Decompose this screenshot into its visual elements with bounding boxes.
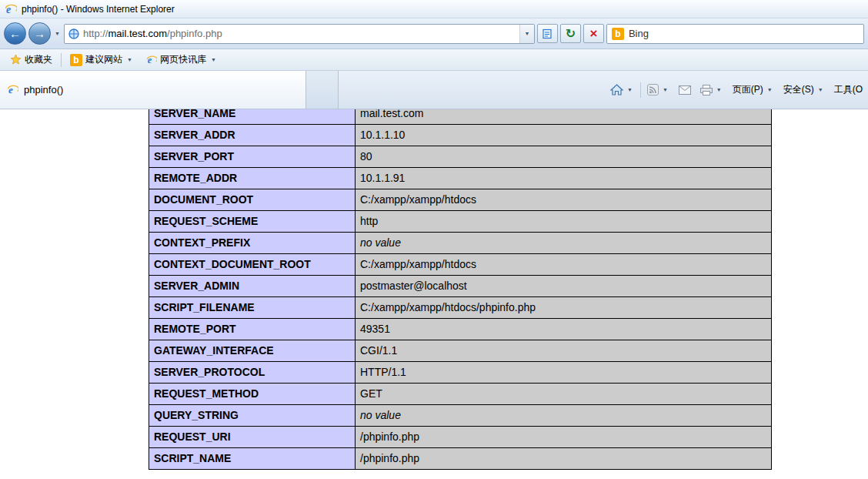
stop-icon: × — [589, 27, 597, 40]
row-value: C:/xampp/xampp/htdocs — [356, 254, 772, 276]
table-row: CONTEXT_DOCUMENT_ROOT C:/xampp/xampp/htd… — [149, 254, 772, 276]
row-value: /phpinfo.php — [356, 448, 772, 470]
chevron-down-icon: ▼ — [816, 87, 825, 92]
ie-page-icon: e — [146, 55, 157, 65]
search-box[interactable]: b Bing — [606, 24, 864, 44]
row-name: REQUEST_SCHEME — [149, 211, 356, 233]
row-name: REMOTE_PORT — [149, 319, 356, 340]
row-name: SERVER_ADMIN — [149, 276, 356, 297]
row-value: GET — [356, 384, 772, 405]
refresh-icon: ↻ — [566, 26, 576, 41]
row-value: mail.test.com — [356, 109, 772, 125]
browser-viewport: SERVER_NAME mail.test.com SERVER_ADDR 10… — [0, 109, 868, 479]
web-slice-gallery-button[interactable]: e 网页快讯库 ▼ — [142, 52, 222, 68]
window-titlebar: e phpinfo() - Windows Internet Explorer — [0, 0, 868, 18]
tools-menu-button[interactable]: 工具(O — [830, 80, 866, 99]
table-row: SERVER_NAME mail.test.com — [149, 109, 772, 125]
suggested-sites-button[interactable]: b 建议网站 ▼ — [66, 52, 138, 68]
chevron-down-icon: ▼ — [209, 57, 218, 62]
row-value: http — [356, 211, 772, 233]
table-row: SERVER_ADMIN postmaster@localhost — [149, 276, 772, 297]
print-button[interactable]: ▼ — [696, 82, 727, 99]
home-button[interactable]: ▼ — [606, 81, 638, 99]
row-value: 80 — [356, 146, 772, 168]
feeds-button[interactable]: ▼ — [643, 81, 673, 99]
forward-button[interactable]: → — [28, 22, 51, 45]
table-row: REMOTE_ADDR 10.1.1.91 — [149, 168, 772, 189]
row-name: GATEWAY_INTERFACE — [149, 340, 356, 362]
site-icon — [68, 28, 79, 39]
chevron-down-icon: ▼ — [125, 57, 134, 62]
tools-menu-label: 工具(O — [834, 83, 863, 96]
back-button[interactable]: ← — [4, 22, 26, 45]
table-row: CONTEXT_PREFIX no value — [149, 233, 772, 254]
home-icon — [610, 84, 623, 95]
printer-icon — [700, 85, 713, 95]
table-row: GATEWAY_INTERFACE CGI/1.1 — [149, 340, 772, 362]
table-row: SERVER_PROTOCOL HTTP/1.1 — [149, 362, 772, 384]
safety-menu-button[interactable]: 安全(S) ▼ — [780, 80, 829, 99]
window-title: phpinfo() - Windows Internet Explorer — [22, 4, 175, 15]
row-value: postmaster@localhost — [356, 276, 772, 297]
table-row: SERVER_PORT 80 — [149, 146, 772, 168]
tab-favicon-icon: e — [7, 84, 18, 95]
tab-label: phpinfo() — [24, 84, 63, 95]
read-mail-button[interactable] — [675, 82, 695, 98]
favorites-bar: 收藏夹 b 建议网站 ▼ e 网页快讯库 ▼ — [0, 49, 868, 71]
table-row: SCRIPT_FILENAME C:/xampp/xampp/htdocs/ph… — [149, 297, 772, 319]
new-tab-stub[interactable] — [306, 71, 339, 109]
phpinfo-table: SERVER_NAME mail.test.com SERVER_ADDR 10… — [149, 109, 772, 470]
row-value: C:/xampp/xampp/htdocs/phpinfo.php — [356, 297, 772, 319]
table-row: REQUEST_SCHEME http — [149, 211, 772, 233]
chevron-down-icon: ▼ — [661, 87, 669, 92]
row-value: /phpinfo.php — [356, 427, 772, 448]
row-value: no value — [356, 405, 772, 427]
command-bar: ▼ ▼ ▼ 页面(P) ▼ — [605, 71, 868, 109]
row-value: 49351 — [356, 319, 772, 340]
address-bar[interactable]: http://mail.test.com/phpinfo.php ▼ — [64, 24, 535, 44]
mail-icon — [679, 85, 691, 95]
row-name: REQUEST_METHOD — [149, 384, 356, 405]
row-name: CONTEXT_DOCUMENT_ROOT — [149, 254, 356, 276]
favorites-button[interactable]: 收藏夹 — [6, 52, 56, 68]
rss-icon — [647, 84, 659, 95]
safety-menu-label: 安全(S) — [783, 83, 814, 96]
divider — [61, 53, 62, 67]
tab-phpinfo[interactable]: e phpinfo() — [0, 71, 306, 109]
chevron-down-icon: ▼ — [715, 87, 723, 92]
table-row: REQUEST_METHOD GET — [149, 384, 772, 405]
table-row: SERVER_ADDR 10.1.1.10 — [149, 125, 772, 146]
web-slice-gallery-label: 网页快讯库 — [160, 53, 206, 66]
star-icon — [10, 54, 22, 65]
forward-arrow-icon: → — [34, 27, 45, 40]
chevron-down-icon: ▼ — [522, 31, 531, 36]
tab-bar: e phpinfo() ▼ ▼ — [0, 71, 868, 109]
row-value: 10.1.1.91 — [356, 168, 772, 189]
row-value: no value — [356, 233, 772, 254]
table-row: REQUEST_URI /phpinfo.php — [149, 427, 772, 448]
table-row: QUERY_STRING no value — [149, 405, 772, 427]
row-value: CGI/1.1 — [356, 340, 772, 362]
row-value: C:/xampp/xampp/htdocs — [356, 189, 772, 211]
table-row: SCRIPT_NAME /phpinfo.php — [149, 448, 772, 470]
page-menu-label: 页面(P) — [733, 83, 763, 96]
back-arrow-icon: ← — [9, 27, 21, 40]
history-dropdown-button[interactable]: ▼ — [53, 31, 62, 36]
url-text: http://mail.test.com/phpinfo.php — [83, 28, 222, 39]
page-menu-button[interactable]: 页面(P) ▼ — [729, 80, 778, 99]
compatibility-view-button[interactable] — [537, 24, 558, 43]
navigation-bar: ← → ▼ http://mail.test.com/phpinfo.php ▼… — [0, 18, 868, 49]
table-row: REMOTE_PORT 49351 — [149, 319, 772, 340]
row-name: REQUEST_URI — [149, 427, 356, 448]
stop-button[interactable]: × — [583, 24, 604, 43]
row-name: DOCUMENT_ROOT — [149, 189, 356, 211]
row-value: 10.1.1.10 — [356, 125, 772, 146]
row-name: SCRIPT_NAME — [149, 448, 356, 470]
row-name: REMOTE_ADDR — [149, 168, 356, 189]
url-domain: mail.test.com — [108, 28, 167, 39]
address-dropdown-button[interactable]: ▼ — [519, 25, 534, 43]
chevron-down-icon: ▼ — [766, 87, 774, 92]
row-name: SERVER_ADDR — [149, 125, 356, 146]
refresh-button[interactable]: ↻ — [560, 24, 581, 43]
row-name: SERVER_PORT — [149, 146, 356, 168]
